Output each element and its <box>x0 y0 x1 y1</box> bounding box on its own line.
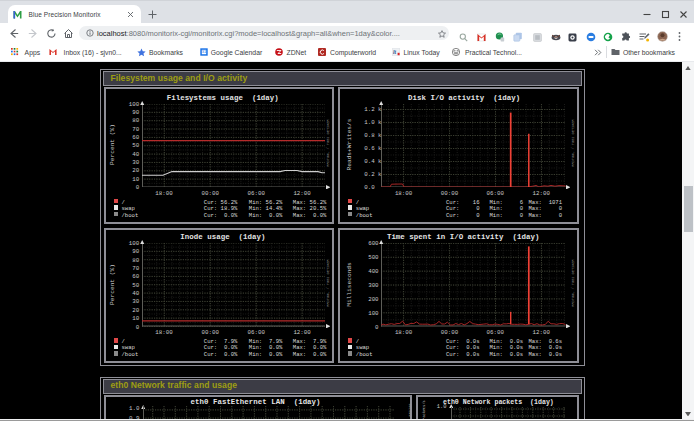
svg-text:lt: lt <box>393 49 397 55</box>
svg-text:31: 31 <box>201 49 206 54</box>
